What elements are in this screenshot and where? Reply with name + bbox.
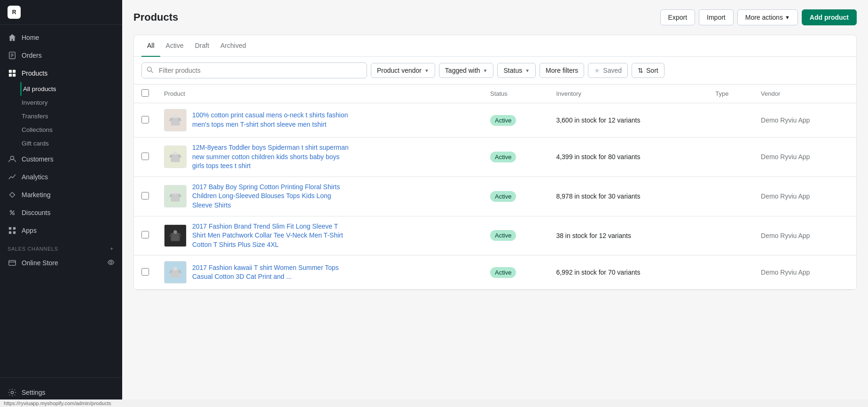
discounts-icon <box>8 208 17 217</box>
product-thumbnail <box>164 109 187 131</box>
svg-point-8 <box>10 156 14 160</box>
sidebar-sub-transfers[interactable]: Transfers <box>22 109 122 123</box>
products-card: All Active Draft Archived Product vendor <box>133 35 857 290</box>
customers-icon <box>8 154 17 164</box>
sidebar-item-analytics[interactable]: Analytics <box>0 168 122 186</box>
sidebar-navigation: Home Orders Products All products Invent… <box>0 25 122 377</box>
inventory-value: 4,399 in stock for 80 variants <box>556 153 640 161</box>
inventory-value: 8,978 in stock for 30 variants <box>556 192 640 200</box>
status-filter-label: Status <box>503 67 522 74</box>
sidebar-item-discounts-label: Discounts <box>22 209 50 216</box>
page-title: Products <box>133 11 178 23</box>
svg-point-9 <box>10 211 12 213</box>
row-checkbox[interactable] <box>141 153 149 160</box>
product-vendor-filter[interactable]: Product vendor ▼ <box>371 63 435 78</box>
svg-point-18 <box>110 261 112 263</box>
status-filter[interactable]: Status ▼ <box>497 63 536 78</box>
more-actions-button[interactable]: More actions ▼ <box>737 9 798 25</box>
sidebar-item-settings[interactable]: Settings <box>8 384 115 401</box>
tagged-with-chevron-icon: ▼ <box>483 68 488 73</box>
inventory-value: 38 in stock for 12 variants <box>556 232 631 239</box>
svg-rect-7 <box>13 74 16 77</box>
sidebar-item-customers[interactable]: Customers <box>0 150 122 168</box>
status-cell: Active <box>483 255 548 290</box>
sidebar-sub-inventory[interactable]: Inventory <box>22 96 122 109</box>
vendor-value: Demo Ryviu App <box>761 116 810 124</box>
svg-rect-4 <box>9 70 12 73</box>
product-name[interactable]: 100% cotton print casual mens o-neck t s… <box>192 111 352 129</box>
orders-icon <box>8 51 17 60</box>
sidebar-item-orders-label: Orders <box>22 52 42 59</box>
sidebar-sub-all-products[interactable]: All products <box>20 82 122 96</box>
svg-rect-31 <box>173 152 177 155</box>
status-url: https://ryviuapp.myshopify.com/admin/pro… <box>4 400 111 406</box>
page-actions: Export Import More actions ▼ Add product <box>660 9 857 25</box>
tab-all[interactable]: All <box>141 35 160 57</box>
tab-draft[interactable]: Draft <box>189 35 215 57</box>
sidebar-sub-collections[interactable]: Collections <box>22 123 122 137</box>
online-store-eye-icon[interactable] <box>107 259 115 268</box>
products-table: Product Status Inventory Type Vendor <box>134 84 856 290</box>
row-checkbox[interactable] <box>141 192 149 200</box>
sidebar-header: R <box>0 0 122 25</box>
tab-active[interactable]: Active <box>160 35 189 57</box>
status-badge: Active <box>490 267 516 278</box>
vendor-value: Demo Ryviu App <box>761 153 810 161</box>
products-icon <box>8 69 17 78</box>
main-content: Products Export Import More actions ▼ Ad… <box>122 0 868 407</box>
search-input[interactable] <box>141 62 367 78</box>
products-submenu: All products Inventory Transfers Collect… <box>0 82 122 150</box>
sidebar-sub-gift-cards[interactable]: Gift cards <box>22 137 122 150</box>
svg-rect-13 <box>13 227 16 230</box>
tab-archived[interactable]: Archived <box>215 35 251 57</box>
status-cell: Active <box>483 138 548 177</box>
import-button[interactable]: Import <box>699 9 734 25</box>
tagged-with-label: Tagged with <box>445 67 480 74</box>
product-name[interactable]: 2017 Baby Boy Spring Cotton Printing Flo… <box>192 183 352 210</box>
svg-rect-15 <box>13 231 16 234</box>
saved-button[interactable]: ★ Saved <box>588 63 628 78</box>
row-checkbox[interactable] <box>141 268 149 276</box>
inventory-value: 3,600 in stock for 12 variants <box>556 116 640 124</box>
svg-rect-46 <box>173 267 177 271</box>
row-checkbox[interactable] <box>141 231 149 238</box>
inventory-cell: 38 in stock for 12 variants <box>548 216 708 255</box>
add-channel-icon[interactable]: ＋ <box>109 245 115 252</box>
sidebar-item-orders[interactable]: Orders <box>0 46 122 64</box>
sidebar-item-products[interactable]: Products <box>0 64 122 82</box>
product-vendor-label: Product vendor <box>377 67 422 74</box>
tagged-with-filter[interactable]: Tagged with ▼ <box>439 63 494 78</box>
sidebar-item-discounts[interactable]: Discounts <box>0 204 122 222</box>
table-row: 100% cotton print casual mens o-neck t s… <box>134 103 856 138</box>
product-name[interactable]: 2017 Fashion Brand Trend Slim Fit Long S… <box>192 222 352 250</box>
product-tabs: All Active Draft Archived <box>134 35 856 57</box>
sort-label: Sort <box>646 67 658 74</box>
sidebar-item-apps[interactable]: Apps <box>0 222 122 239</box>
sidebar-item-online-store[interactable]: Online Store <box>0 254 122 272</box>
row-checkbox-cell <box>134 103 156 138</box>
status-cell: Active <box>483 177 548 216</box>
filters-bar: Product vendor ▼ Tagged with ▼ Status ▼ … <box>134 57 856 84</box>
more-filters-button[interactable]: More filters <box>540 63 584 78</box>
search-wrap <box>141 62 367 78</box>
vendor-cell: Demo Ryviu App <box>753 138 856 177</box>
status-badge: Active <box>490 152 516 162</box>
vendor-value: Demo Ryviu App <box>761 192 810 200</box>
product-thumbnail <box>164 146 187 168</box>
sidebar-item-marketing[interactable]: Marketing <box>0 186 122 204</box>
sort-button[interactable]: ⇅ Sort <box>632 63 665 78</box>
product-thumbnail <box>164 224 187 247</box>
row-checkbox[interactable] <box>141 116 149 123</box>
export-button[interactable]: Export <box>660 9 695 25</box>
sales-channels-section: SALES CHANNELS ＋ <box>0 239 122 254</box>
svg-rect-41 <box>173 230 177 234</box>
sidebar-item-home[interactable]: Home <box>0 29 122 46</box>
inventory-cell: 4,399 in stock for 80 variants <box>548 138 708 177</box>
select-all-checkbox[interactable] <box>141 89 149 97</box>
product-name[interactable]: 2017 Fashion kawaii T shirt Women Summer… <box>192 263 352 282</box>
product-cell: 12M-8years Toddler boys Spiderman t shir… <box>156 138 483 177</box>
page-header: Products Export Import More actions ▼ Ad… <box>133 9 857 25</box>
product-name[interactable]: 12M-8years Toddler boys Spiderman t shir… <box>192 143 352 171</box>
status-column-header: Status <box>483 84 548 103</box>
add-product-button[interactable]: Add product <box>802 9 857 25</box>
